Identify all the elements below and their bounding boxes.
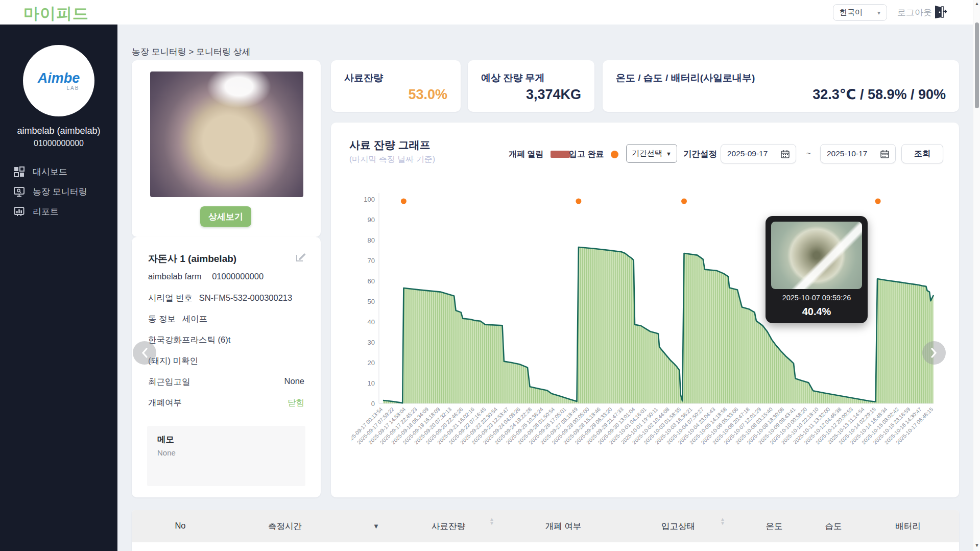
- chart-tooltip: 2025-10-07 09:59:26 40.4%: [766, 216, 868, 323]
- avatar: Aimbe LAB: [23, 45, 94, 116]
- calendar-icon[interactable]: [880, 150, 889, 158]
- top-header: 마이피드 한국어 ▾ 로그아웃: [0, 0, 980, 25]
- scrollbar-down-arrow[interactable]: ▼: [974, 543, 980, 550]
- dashboard-grid-icon: [14, 166, 25, 177]
- scrollbar-thumb[interactable]: [975, 22, 979, 108]
- svg-text:0: 0: [371, 400, 375, 408]
- search-button[interactable]: 조회: [901, 144, 943, 163]
- period-select[interactable]: 기간선택 ▼: [626, 144, 677, 163]
- chevron-left-icon: [141, 348, 148, 358]
- info-value: SN-FM5-532-000300213: [199, 293, 293, 302]
- tooltip-silo-photo: [771, 222, 862, 289]
- stat-value: 32.3℃ / 58.9% / 90%: [812, 86, 946, 103]
- column-header[interactable]: 개폐 여부: [545, 521, 582, 532]
- date-to-input[interactable]: 2025-10-17: [820, 144, 896, 163]
- memo-box: 메모 None: [147, 426, 305, 486]
- language-select-value: 한국어: [840, 8, 863, 17]
- logout-door-icon[interactable]: [934, 5, 947, 19]
- carousel-prev-button[interactable]: [133, 341, 156, 365]
- sidebar-item-farm-monitoring[interactable]: 농장 모니터링: [0, 181, 117, 202]
- info-label: (돼지) 미확인: [148, 356, 198, 365]
- chevron-right-icon: [930, 348, 938, 358]
- page-scrollbar[interactable]: ▲ ▼: [973, 0, 980, 551]
- legend-intake: 입고 완료: [569, 149, 618, 159]
- sidebar-item-report[interactable]: 리포트: [0, 201, 117, 222]
- sidebar-item-label: 농장 모니터링: [33, 186, 87, 198]
- logout-link[interactable]: 로그아웃: [897, 7, 932, 18]
- chart-subtitle: (마지막 측정 날짜 기준): [349, 154, 435, 165]
- info-value: None: [284, 376, 304, 386]
- info-label: 시리얼 번호: [148, 293, 193, 302]
- date-to-value: 2025-10-17: [827, 149, 867, 158]
- stat-title: 사료잔량: [344, 71, 383, 85]
- info-label: aimbelab farm: [148, 272, 202, 281]
- silo-title: 자돈사 1 (aimbelab): [148, 252, 236, 266]
- measurement-table: No측정시간▼사료잔량▲▼개폐 여부입고상태▲▼온도습도배터리: [132, 510, 959, 551]
- language-select[interactable]: 한국어 ▾: [833, 4, 887, 21]
- stat-title: 온도 / 습도 / 배터리(사일로내부): [616, 71, 755, 85]
- sort-both-icon[interactable]: ▲▼: [489, 517, 494, 525]
- scrollbar-up-arrow[interactable]: ▲: [974, 1, 980, 8]
- legend-open-label: 개폐 열림: [509, 149, 543, 160]
- sort-desc-icon[interactable]: ▼: [373, 522, 379, 530]
- info-row-building: 동 정보 세이프: [148, 314, 304, 325]
- sidebar-user-phone: 01000000000: [0, 139, 117, 148]
- column-header[interactable]: 입고상태: [661, 521, 695, 532]
- tooltip-timestamp: 2025-10-07 09:59:26: [766, 294, 868, 302]
- legend-intake-dot: [611, 151, 618, 158]
- chevron-down-icon: ▾: [877, 9, 880, 16]
- chevron-down-icon: ▼: [666, 151, 672, 157]
- info-row-livestock: (돼지) 미확인: [148, 355, 304, 367]
- info-row-open-state: 개폐여부 닫힘: [148, 397, 304, 409]
- stat-value: 3,374KG: [526, 87, 581, 103]
- svg-text:50: 50: [368, 298, 375, 305]
- stat-card-temp-humid-battery: 온도 / 습도 / 배터리(사일로내부) 32.3℃ / 58.9% / 90%: [603, 60, 959, 112]
- edit-pencil-icon[interactable]: [295, 251, 306, 262]
- stat-card-feed-remaining: 사료잔량 53.0%: [331, 60, 461, 112]
- date-range-tilde: ~: [806, 149, 811, 157]
- avatar-logo-text: Aimbe: [38, 70, 80, 86]
- info-label: 최근입고일: [148, 377, 190, 386]
- info-label: 개폐여부: [148, 398, 182, 407]
- svg-text:10: 10: [368, 379, 375, 387]
- date-from-input[interactable]: 2025-09-17: [721, 144, 796, 163]
- carousel-next-button[interactable]: [922, 341, 946, 365]
- calendar-icon[interactable]: [781, 150, 790, 158]
- period-setting-label: 기간설정: [683, 149, 717, 160]
- app-logo: 마이피드: [23, 3, 89, 25]
- column-header[interactable]: 배터리: [895, 521, 921, 532]
- status-badge: 닫힘: [288, 397, 304, 409]
- column-header[interactable]: 사료잔량: [432, 521, 465, 532]
- column-header[interactable]: 습도: [825, 521, 842, 532]
- svg-text:70: 70: [368, 257, 375, 265]
- svg-text:40: 40: [368, 318, 375, 326]
- info-row-last-intake: 최근입고일 None: [148, 376, 304, 388]
- avatar-logo-subtext: LAB: [67, 85, 80, 91]
- sidebar: Aimbe LAB aimbelab (aimbelab) 0100000000…: [0, 25, 117, 551]
- sidebar-item-dashboard[interactable]: 대시보드: [0, 161, 117, 182]
- date-from-value: 2025-09-17: [727, 149, 768, 158]
- info-label: 동 정보: [148, 314, 176, 323]
- sidebar-item-label: 리포트: [33, 206, 59, 218]
- chart-title: 사료 잔량 그래프: [349, 138, 431, 152]
- column-header[interactable]: No: [175, 521, 185, 531]
- svg-text:100: 100: [364, 196, 375, 203]
- page-root: 마이피드 한국어 ▾ 로그아웃 ▲ ▼ Aimbe LAB aimbelab (…: [0, 0, 980, 551]
- svg-text:80: 80: [368, 236, 375, 244]
- stat-card-expected-weight: 예상 잔량 무게 3,374KG: [468, 60, 594, 112]
- silo-info-card: 자돈사 1 (aimbelab) aimbelab farm 010000000…: [132, 237, 321, 497]
- sidebar-user-name: aimbelab (aimbelab): [0, 126, 117, 136]
- svg-text:60: 60: [368, 277, 375, 285]
- info-row-serial: 시리얼 번호 SN-FM5-532-000300213: [148, 293, 304, 304]
- svg-text:30: 30: [368, 339, 375, 346]
- measurement-table-header: No측정시간▼사료잔량▲▼개폐 여부입고상태▲▼온도습도배터리: [132, 510, 959, 542]
- legend-intake-label: 입고 완료: [569, 149, 604, 160]
- legend-open-swatch: [551, 151, 570, 158]
- column-header[interactable]: 측정시간: [268, 521, 302, 532]
- feed-chart-card: 사료 잔량 그래프 (마지막 측정 날짜 기준) 개폐 열림 입고 완료 기간선…: [331, 123, 959, 497]
- column-header[interactable]: 온도: [766, 521, 783, 532]
- svg-text:90: 90: [368, 216, 375, 224]
- sort-both-icon[interactable]: ▲▼: [720, 517, 725, 525]
- detail-view-button[interactable]: 상세보기: [200, 206, 251, 227]
- tooltip-value: 40.4%: [766, 306, 868, 318]
